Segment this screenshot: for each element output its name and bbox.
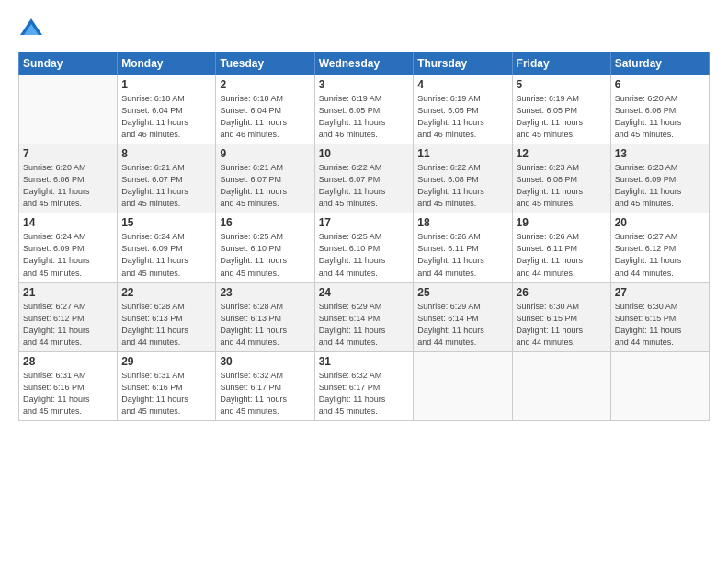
calendar-day-cell: 30Sunrise: 6:32 AM Sunset: 6:17 PM Dayli… <box>216 351 314 420</box>
calendar-day-cell: 9Sunrise: 6:21 AM Sunset: 6:07 PM Daylig… <box>216 144 314 213</box>
calendar-day-cell: 6Sunrise: 6:20 AM Sunset: 6:06 PM Daylig… <box>610 75 709 144</box>
calendar-week-row: 14Sunrise: 6:24 AM Sunset: 6:09 PM Dayli… <box>19 213 710 282</box>
weekday-header: Friday <box>512 52 610 75</box>
calendar-day-cell: 28Sunrise: 6:31 AM Sunset: 6:16 PM Dayli… <box>19 351 118 420</box>
calendar-day-cell: 21Sunrise: 6:27 AM Sunset: 6:12 PM Dayli… <box>19 282 118 351</box>
day-number: 24 <box>319 286 410 299</box>
weekday-header: Saturday <box>610 52 709 75</box>
calendar-day-cell: 26Sunrise: 6:30 AM Sunset: 6:15 PM Dayli… <box>512 282 610 351</box>
calendar-day-cell: 8Sunrise: 6:21 AM Sunset: 6:07 PM Daylig… <box>118 144 216 213</box>
day-detail: Sunrise: 6:21 AM Sunset: 6:07 PM Dayligh… <box>220 162 310 210</box>
logo-icon <box>18 17 44 42</box>
day-number: 12 <box>517 147 607 160</box>
day-detail: Sunrise: 6:30 AM Sunset: 6:15 PM Dayligh… <box>517 301 607 349</box>
calendar-week-row: 21Sunrise: 6:27 AM Sunset: 6:12 PM Dayli… <box>19 282 710 351</box>
calendar-day-cell: 14Sunrise: 6:24 AM Sunset: 6:09 PM Dayli… <box>19 213 118 282</box>
day-detail: Sunrise: 6:21 AM Sunset: 6:07 PM Dayligh… <box>121 162 211 210</box>
day-detail: Sunrise: 6:25 AM Sunset: 6:10 PM Dayligh… <box>319 231 410 279</box>
day-detail: Sunrise: 6:22 AM Sunset: 6:07 PM Dayligh… <box>319 162 410 210</box>
calendar-day-cell: 27Sunrise: 6:30 AM Sunset: 6:15 PM Dayli… <box>610 282 709 351</box>
day-number: 4 <box>417 78 507 91</box>
weekday-header: Monday <box>118 52 216 75</box>
day-detail: Sunrise: 6:28 AM Sunset: 6:13 PM Dayligh… <box>121 301 211 349</box>
calendar-day-cell: 13Sunrise: 6:23 AM Sunset: 6:09 PM Dayli… <box>610 144 709 213</box>
calendar-day-cell: 11Sunrise: 6:22 AM Sunset: 6:08 PM Dayli… <box>414 144 512 213</box>
calendar-day-cell: 20Sunrise: 6:27 AM Sunset: 6:12 PM Dayli… <box>610 213 709 282</box>
day-detail: Sunrise: 6:30 AM Sunset: 6:15 PM Dayligh… <box>615 301 705 349</box>
day-detail: Sunrise: 6:19 AM Sunset: 6:05 PM Dayligh… <box>517 93 607 141</box>
day-detail: Sunrise: 6:19 AM Sunset: 6:05 PM Dayligh… <box>319 93 410 141</box>
calendar-day-cell: 31Sunrise: 6:32 AM Sunset: 6:17 PM Dayli… <box>314 351 414 420</box>
day-detail: Sunrise: 6:32 AM Sunset: 6:17 PM Dayligh… <box>319 370 410 418</box>
calendar-week-row: 1Sunrise: 6:18 AM Sunset: 6:04 PM Daylig… <box>19 75 710 144</box>
day-detail: Sunrise: 6:23 AM Sunset: 6:08 PM Dayligh… <box>517 162 607 210</box>
day-number: 2 <box>220 78 310 91</box>
weekday-header: Tuesday <box>216 52 314 75</box>
calendar-day-cell <box>610 351 709 420</box>
day-number: 26 <box>517 286 607 299</box>
day-number: 21 <box>23 286 113 299</box>
day-number: 18 <box>417 216 507 229</box>
calendar-day-cell: 19Sunrise: 6:26 AM Sunset: 6:11 PM Dayli… <box>512 213 610 282</box>
day-number: 1 <box>121 78 211 91</box>
day-number: 10 <box>319 147 410 160</box>
day-detail: Sunrise: 6:18 AM Sunset: 6:04 PM Dayligh… <box>121 93 211 141</box>
page: SundayMondayTuesdayWednesdayThursdayFrid… <box>0 0 728 563</box>
calendar-day-cell: 10Sunrise: 6:22 AM Sunset: 6:07 PM Dayli… <box>314 144 414 213</box>
calendar-day-cell: 18Sunrise: 6:26 AM Sunset: 6:11 PM Dayli… <box>414 213 512 282</box>
day-number: 31 <box>319 355 410 368</box>
day-detail: Sunrise: 6:25 AM Sunset: 6:10 PM Dayligh… <box>220 231 310 279</box>
calendar-day-cell: 29Sunrise: 6:31 AM Sunset: 6:16 PM Dayli… <box>118 351 216 420</box>
day-detail: Sunrise: 6:27 AM Sunset: 6:12 PM Dayligh… <box>23 301 113 349</box>
calendar-day-cell: 16Sunrise: 6:25 AM Sunset: 6:10 PM Dayli… <box>216 213 314 282</box>
day-detail: Sunrise: 6:31 AM Sunset: 6:16 PM Dayligh… <box>121 370 211 418</box>
day-number: 25 <box>417 286 507 299</box>
day-number: 16 <box>220 216 310 229</box>
day-number: 15 <box>121 216 211 229</box>
day-number: 6 <box>615 78 705 91</box>
day-detail: Sunrise: 6:29 AM Sunset: 6:14 PM Dayligh… <box>417 301 507 349</box>
day-number: 14 <box>23 216 113 229</box>
calendar-day-cell: 12Sunrise: 6:23 AM Sunset: 6:08 PM Dayli… <box>512 144 610 213</box>
day-detail: Sunrise: 6:27 AM Sunset: 6:12 PM Dayligh… <box>615 231 705 279</box>
day-number: 8 <box>121 147 211 160</box>
calendar-day-cell <box>19 75 118 144</box>
day-number: 13 <box>615 147 705 160</box>
day-number: 9 <box>220 147 310 160</box>
calendar-day-cell: 1Sunrise: 6:18 AM Sunset: 6:04 PM Daylig… <box>118 75 216 144</box>
day-number: 28 <box>23 355 113 368</box>
calendar-day-cell: 15Sunrise: 6:24 AM Sunset: 6:09 PM Dayli… <box>118 213 216 282</box>
day-detail: Sunrise: 6:23 AM Sunset: 6:09 PM Dayligh… <box>615 162 705 210</box>
day-number: 7 <box>23 147 113 160</box>
day-number: 20 <box>615 216 705 229</box>
day-detail: Sunrise: 6:26 AM Sunset: 6:11 PM Dayligh… <box>517 231 607 279</box>
calendar-day-cell: 2Sunrise: 6:18 AM Sunset: 6:04 PM Daylig… <box>216 75 314 144</box>
day-number: 5 <box>517 78 607 91</box>
calendar-week-row: 7Sunrise: 6:20 AM Sunset: 6:06 PM Daylig… <box>19 144 710 213</box>
day-number: 17 <box>319 216 410 229</box>
day-number: 11 <box>417 147 507 160</box>
calendar-day-cell: 17Sunrise: 6:25 AM Sunset: 6:10 PM Dayli… <box>314 213 414 282</box>
calendar-day-cell: 5Sunrise: 6:19 AM Sunset: 6:05 PM Daylig… <box>512 75 610 144</box>
day-number: 3 <box>319 78 410 91</box>
logo <box>18 17 48 42</box>
calendar-header-row: SundayMondayTuesdayWednesdayThursdayFrid… <box>19 52 710 75</box>
day-number: 30 <box>220 355 310 368</box>
weekday-header: Sunday <box>19 52 118 75</box>
day-detail: Sunrise: 6:24 AM Sunset: 6:09 PM Dayligh… <box>121 231 211 279</box>
day-detail: Sunrise: 6:22 AM Sunset: 6:08 PM Dayligh… <box>417 162 507 210</box>
calendar-table: SundayMondayTuesdayWednesdayThursdayFrid… <box>18 52 710 421</box>
day-detail: Sunrise: 6:24 AM Sunset: 6:09 PM Dayligh… <box>23 231 113 279</box>
calendar-day-cell <box>512 351 610 420</box>
calendar-day-cell <box>414 351 512 420</box>
calendar-day-cell: 7Sunrise: 6:20 AM Sunset: 6:06 PM Daylig… <box>19 144 118 213</box>
day-detail: Sunrise: 6:29 AM Sunset: 6:14 PM Dayligh… <box>319 301 410 349</box>
day-number: 29 <box>121 355 211 368</box>
weekday-header: Wednesday <box>314 52 414 75</box>
day-detail: Sunrise: 6:20 AM Sunset: 6:06 PM Dayligh… <box>615 93 705 141</box>
day-detail: Sunrise: 6:19 AM Sunset: 6:05 PM Dayligh… <box>417 93 507 141</box>
day-number: 22 <box>121 286 211 299</box>
day-number: 23 <box>220 286 310 299</box>
day-detail: Sunrise: 6:18 AM Sunset: 6:04 PM Dayligh… <box>220 93 310 141</box>
calendar-day-cell: 3Sunrise: 6:19 AM Sunset: 6:05 PM Daylig… <box>314 75 414 144</box>
